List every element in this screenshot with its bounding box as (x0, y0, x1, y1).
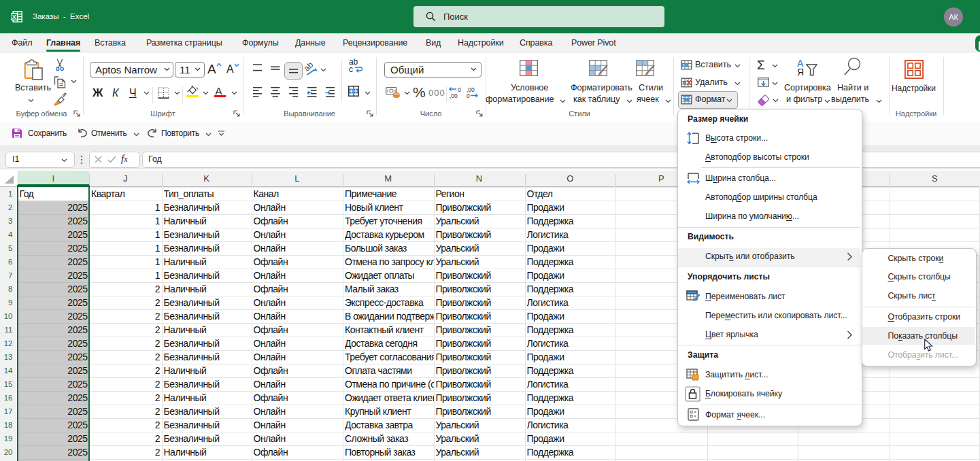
svg-text:X: X (12, 14, 16, 20)
svg-text:0: 0 (458, 86, 461, 93)
svg-text:,00: ,00 (450, 92, 458, 99)
svg-text:0: 0 (467, 92, 470, 99)
